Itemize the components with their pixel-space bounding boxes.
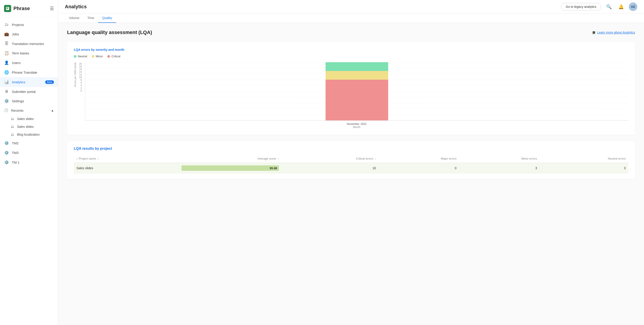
search-icon: 🔍	[606, 4, 612, 10]
sidebar-item-label: TM 1	[12, 160, 20, 164]
recents-header[interactable]: 🕐 Recents ▲	[0, 106, 58, 115]
sidebar-logo: Phrase ☰	[0, 0, 58, 17]
learn-more-link[interactable]: 🎓 Learn more about Analytics	[592, 31, 635, 34]
tab-time[interactable]: Time	[84, 14, 98, 23]
legacy-analytics-button[interactable]: Go to legacy analytics	[561, 3, 601, 11]
col-header-neutral-errors[interactable]: Neutral errors	[540, 155, 628, 163]
recent-item-label: Sales slides	[17, 117, 34, 121]
user-avatar[interactable]: AE	[629, 3, 637, 11]
recent-item-label: Blog localization	[17, 133, 40, 136]
gear-icon: ⚙️	[4, 150, 9, 155]
cell-project-name: Sales slides	[74, 163, 179, 174]
sidebar-item-label: Submitter portal	[12, 90, 36, 94]
cell-critical-errors: 10	[282, 163, 378, 174]
recent-item-sales-slides-1[interactable]: 🗂 Sales slides	[0, 115, 58, 123]
phrase-logo-text: Phrase	[14, 6, 30, 12]
cell-minor-errors: 3	[459, 163, 540, 174]
cell-major-errors: 0	[378, 163, 459, 174]
y-axis-numbers: 20 18 16 14 12 10 8 6 4 2 0	[79, 63, 83, 101]
minor-dot	[92, 55, 94, 58]
cell-neutral-errors: 3	[540, 163, 628, 174]
tab-quality[interactable]: Quality	[98, 14, 116, 23]
chart-bars-wrapper: November, 2022 Month	[85, 63, 628, 129]
recent-item-sales-slides-2[interactable]: 🗂 Sales slides	[0, 123, 58, 131]
sort-icon: ↕	[97, 157, 98, 160]
translate-icon: 🌐	[4, 70, 9, 75]
database-icon: 🗄	[4, 42, 9, 46]
sidebar-item-label: TM3	[12, 151, 18, 155]
score-value: 95.98	[270, 167, 277, 170]
sort-icon-left: ↕	[76, 157, 78, 160]
page-title: Analytics	[65, 4, 87, 10]
col-header-major-errors[interactable]: Major errors	[378, 155, 459, 163]
sidebar-item-label: Term bases	[12, 51, 29, 55]
x-axis: November, 2022 Month	[85, 121, 628, 129]
tab-quality-label: Quality	[102, 16, 112, 20]
chart-title: LQA errors by severity and month	[74, 48, 628, 52]
sidebar-item-label: Jobs	[12, 32, 19, 36]
neutral-label: Neutral	[78, 55, 87, 58]
col-header-critical-errors[interactable]: Critical errors ↕	[282, 155, 378, 163]
sidebar-item-analytics[interactable]: 📊 Analytics Beta	[0, 77, 58, 87]
recents-label: Recents	[11, 109, 24, 112]
table-row: Sales slides 95.98 10 0 3 3	[74, 163, 628, 174]
bar-group-november	[85, 62, 628, 120]
score-bar: 95.98	[182, 165, 278, 171]
tab-volume-label: Volume	[69, 16, 80, 20]
col-header-average-score[interactable]: Average score ↕	[179, 155, 281, 163]
folder-icon: 🗂	[11, 125, 14, 129]
sort-icon: ↕	[278, 157, 279, 160]
sidebar-item-term-bases[interactable]: 📋 Term bases	[0, 48, 58, 58]
bars-area	[85, 63, 628, 121]
cell-average-score: 95.98	[179, 163, 281, 174]
x-axis-month: November, 2022	[347, 122, 366, 126]
sidebar-item-label: Phrase Translate	[12, 71, 37, 74]
tab-volume[interactable]: Volume	[65, 14, 84, 23]
main-area: Analytics Go to legacy analytics 🔍 🔔 AE …	[58, 0, 644, 325]
gear-icon: ⚙️	[4, 99, 9, 103]
portal-icon: 🖥	[4, 89, 9, 94]
bar-segment-neutral	[326, 62, 388, 71]
learn-more-label: Learn more about Analytics	[597, 31, 635, 34]
bell-icon: 🔔	[618, 4, 624, 10]
folder-icon: 🗂	[11, 117, 14, 121]
y-axis-label: Errors per 1000 words	[74, 63, 76, 87]
sidebar-item-users[interactable]: 👤 Users	[0, 58, 58, 68]
sidebar-item-tm1[interactable]: ⚙️ TM 1	[0, 158, 58, 167]
chart-icon: 📊	[4, 80, 9, 84]
sidebar-item-projects[interactable]: 🗂 Projects	[0, 20, 58, 29]
sidebar-item-tm2[interactable]: ⚙️ TM2	[0, 138, 58, 148]
stacked-bar	[326, 62, 388, 120]
recent-item-label: Sales slides	[17, 125, 34, 129]
results-table: ↕ Project name ↕ Average score ↕ Critica…	[74, 155, 628, 174]
score-cell: 95.98	[182, 165, 278, 171]
recent-item-blog-localization[interactable]: 🗂 Blog localization	[0, 131, 58, 138]
col-header-project-name[interactable]: ↕ Project name ↕	[74, 155, 179, 163]
y-axis-label-container: Errors per 1000 words	[74, 63, 77, 96]
sidebar-item-label: Analytics	[12, 80, 25, 84]
sidebar-item-settings[interactable]: ⚙️ Settings	[0, 96, 58, 106]
sidebar-item-tm3[interactable]: ⚙️ TM3	[0, 148, 58, 158]
person-icon: 👤	[4, 61, 9, 65]
col-header-minor-errors[interactable]: Minor errors	[459, 155, 540, 163]
tabs-bar: Volume Time Quality	[58, 14, 644, 23]
sidebar-item-label: TM2	[12, 141, 18, 145]
x-axis-label: Month	[353, 126, 360, 129]
folder-icon: 🗂	[11, 133, 14, 136]
sidebar-item-jobs[interactable]: 💼 Jobs	[0, 29, 58, 39]
recents-icon: 🕐	[4, 108, 8, 112]
search-button[interactable]: 🔍	[605, 3, 613, 11]
section-title: Language quality assessment (LQA)	[67, 30, 152, 35]
table-section: LQA results by project ↕ Project name ↕ …	[67, 141, 635, 179]
sidebar-item-phrase-translate[interactable]: 🌐 Phrase Translate	[0, 68, 58, 77]
sidebar-item-translation-memories[interactable]: 🗄 Translation memories	[0, 39, 58, 48]
sidebar-item-label: Users	[12, 61, 20, 65]
sidebar-item-submitter-portal[interactable]: 🖥 Submitter portal	[0, 87, 58, 96]
folder-icon: 🗂	[4, 22, 9, 27]
list-icon: 📋	[4, 51, 9, 56]
svg-rect-1	[7, 8, 8, 9]
notifications-button[interactable]: 🔔	[617, 3, 625, 11]
critical-label: Critical	[111, 55, 120, 58]
gear-icon: ⚙️	[4, 160, 9, 165]
sidebar-menu-button[interactable]: ☰	[50, 6, 54, 11]
